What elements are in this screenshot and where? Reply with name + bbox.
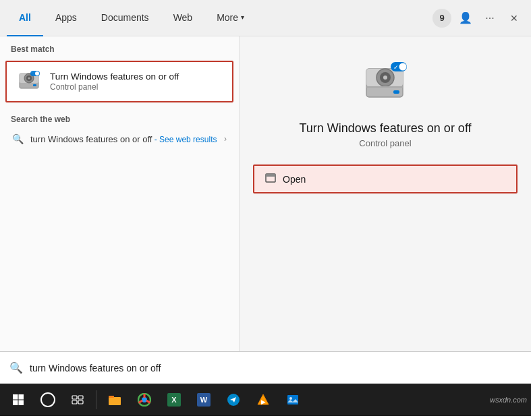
svg-point-31 [142, 397, 147, 402]
file-explorer-icon [108, 394, 121, 406]
main-content-area: Best match Turn Windows [0, 36, 531, 351]
badge-count: 9 [439, 13, 444, 23]
account-icon-button[interactable]: 👤 [455, 8, 476, 28]
windows-logo-icon [12, 394, 24, 406]
tab-apps[interactable]: Apps [43, 0, 89, 36]
person-icon: 👤 [459, 11, 472, 24]
tab-web-label: Web [173, 12, 193, 23]
result-large-icon: ✓ [358, 57, 412, 111]
svg-point-4 [28, 78, 30, 80]
chevron-down-icon: ▾ [241, 13, 244, 21]
windows-features-large-icon: ✓ [361, 59, 410, 108]
vlc-icon: ▶ [256, 393, 270, 407]
excel-button[interactable]: X [160, 386, 188, 414]
windows-features-icon [17, 69, 41, 94]
svg-text:✓: ✓ [393, 64, 399, 71]
result-detail-subtitle: Control panel [359, 138, 411, 148]
svg-rect-20 [13, 394, 18, 400]
notification-badge[interactable]: 9 [432, 9, 451, 28]
taskbar-separator [96, 390, 96, 409]
svg-rect-23 [19, 400, 24, 406]
best-match-label: Best match [0, 36, 239, 58]
web-search-label: Search the web [0, 105, 239, 128]
search-icon: 🔍 [12, 133, 24, 144]
left-results-panel: Best match Turn Windows [0, 36, 240, 351]
svg-rect-19 [266, 174, 275, 177]
svg-point-36 [289, 397, 292, 400]
right-detail-panel: ✓ Turn Windows features on or off Contro… [240, 36, 531, 351]
svg-rect-25 [78, 396, 83, 399]
result-detail-title: Turn Windows features on or off [299, 121, 471, 136]
file-explorer-button[interactable] [101, 386, 129, 414]
vlc-button[interactable]: ▶ [249, 386, 277, 414]
word-icon: W [197, 393, 211, 407]
svg-rect-28 [109, 397, 121, 405]
svg-point-12 [383, 76, 387, 80]
search-input[interactable] [30, 363, 522, 373]
svg-rect-22 [13, 400, 18, 406]
svg-rect-26 [72, 400, 77, 404]
svg-rect-13 [366, 86, 403, 88]
web-search-query: turn Windows features on or off [30, 134, 152, 144]
best-match-result-item[interactable]: Turn Windows features on or off Control … [5, 61, 233, 102]
svg-point-16 [399, 63, 407, 71]
svg-rect-5 [33, 84, 36, 86]
telegram-button[interactable] [219, 386, 248, 414]
best-match-title: Turn Windows features on or off [50, 71, 223, 82]
open-button-label: Open [283, 174, 306, 185]
telegram-icon [227, 393, 240, 407]
tab-all-label: All [19, 12, 31, 23]
photos-icon [286, 394, 300, 406]
web-search-text: turn Windows features on or off - See we… [30, 134, 217, 144]
cortana-button[interactable] [34, 386, 62, 414]
taskbar-right-area: wsxdn.com [484, 396, 527, 404]
tab-more[interactable]: More ▾ [204, 0, 256, 36]
chrome-button[interactable] [130, 386, 159, 414]
close-button[interactable]: ✕ [504, 8, 524, 28]
nav-right-actions: 9 👤 ··· ✕ [432, 8, 524, 28]
word-button[interactable]: W [190, 386, 218, 414]
svg-text:▶: ▶ [261, 399, 266, 405]
svg-rect-21 [19, 394, 24, 400]
action-buttons-row: Open [253, 164, 518, 193]
chevron-right-icon: › [224, 134, 227, 144]
svg-rect-29 [109, 396, 114, 398]
web-search-suffix: - See web results [152, 135, 217, 144]
tab-documents[interactable]: Documents [89, 0, 161, 36]
cortana-icon [40, 392, 55, 407]
task-view-icon [72, 395, 84, 404]
tab-all[interactable]: All [7, 0, 43, 36]
best-match-subtitle: Control panel [50, 82, 223, 92]
open-button-icon [265, 173, 276, 185]
result-icon [16, 69, 42, 94]
svg-rect-27 [78, 400, 83, 404]
tab-documents-label: Documents [101, 12, 149, 23]
best-match-text-block: Turn Windows features on or off Control … [50, 71, 223, 92]
taskbar: X W ▶ wsxdn.com [0, 384, 531, 416]
close-icon: ✕ [510, 13, 518, 24]
ellipsis-icon: ··· [485, 12, 494, 24]
tab-apps-label: Apps [55, 12, 77, 23]
chrome-icon [138, 393, 151, 407]
tab-web[interactable]: Web [161, 0, 205, 36]
photos-button[interactable] [279, 386, 307, 414]
svg-rect-35 [287, 395, 298, 404]
top-nav-bar: All Apps Documents Web More ▾ 9 👤 ··· ✕ [0, 0, 531, 36]
open-button[interactable]: Open [253, 164, 518, 193]
web-search-result-item[interactable]: 🔍 turn Windows features on or off - See … [3, 128, 236, 150]
svg-rect-14 [393, 90, 399, 94]
excel-icon: X [167, 393, 181, 407]
task-view-button[interactable] [63, 386, 92, 414]
svg-point-7 [35, 71, 39, 76]
search-bar-icon: 🔍 [9, 361, 23, 374]
more-options-button[interactable]: ··· [480, 8, 500, 28]
tab-more-label: More [217, 12, 238, 23]
search-bar: 🔍 [0, 351, 531, 384]
watermark: wsxdn.com [490, 396, 527, 404]
svg-rect-24 [72, 396, 77, 399]
start-button[interactable] [4, 386, 32, 414]
